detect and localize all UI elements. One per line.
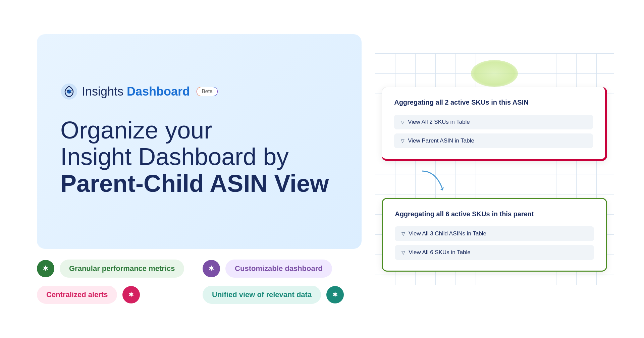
main-layout: Insights Dashboard Beta Organize your In… xyxy=(37,34,607,304)
card1-button1[interactable]: ▽ View All 2 SKUs in Table xyxy=(394,115,593,129)
card1-title: Aggregating all 2 active SKUs in this AS… xyxy=(394,98,593,107)
hero-card: Insights Dashboard Beta Organize your In… xyxy=(37,34,362,249)
unified-icon xyxy=(326,286,344,303)
blob-decoration xyxy=(471,60,518,87)
feature-pill-centralized: Centralized alerts xyxy=(37,286,196,304)
right-panel: Aggregating all 2 active SKUs in this AS… xyxy=(382,67,607,272)
centralized-label: Centralized alerts xyxy=(37,286,117,304)
card2-button2[interactable]: ▽ View All 6 SKUs in Table xyxy=(395,245,594,260)
feature-pills: Granular performance metrics Customizabl… xyxy=(37,260,362,304)
left-panel: Insights Dashboard Beta Organize your In… xyxy=(37,34,362,304)
card1-button2[interactable]: ▽ View Parent ASIN in Table xyxy=(394,133,593,148)
insights-logo-icon xyxy=(60,83,78,100)
filter-icon-1: ▽ xyxy=(401,119,405,125)
unified-label: Unified view of relevant data xyxy=(203,286,321,304)
logo-text: Insights Dashboard xyxy=(82,84,190,99)
filter-icon-4: ▽ xyxy=(401,250,405,255)
feature-pill-unified: Unified view of relevant data xyxy=(203,286,362,304)
centralized-icon xyxy=(122,286,140,303)
page-container: Insights Dashboard Beta Organize your In… xyxy=(0,0,644,338)
granular-label: Granular performance metrics xyxy=(60,260,184,278)
granular-icon xyxy=(37,260,54,277)
filter-icon-3: ▽ xyxy=(401,231,405,236)
hero-title: Organize your Insight Dashboard by Paren… xyxy=(60,117,338,197)
beta-badge: Beta xyxy=(197,87,218,96)
card2: Aggregating all 6 active SKUs in this pa… xyxy=(382,198,607,272)
logo-area: Insights Dashboard Beta xyxy=(60,83,338,100)
card2-title: Aggregating all 6 active SKUs in this pa… xyxy=(395,210,594,218)
card2-button1[interactable]: ▽ View All 3 Child ASINs in Table xyxy=(395,226,594,241)
feature-pill-granular: Granular performance metrics xyxy=(37,260,196,278)
customizable-label: Customizable dashboard xyxy=(225,260,332,278)
customizable-icon xyxy=(203,260,220,277)
card1: Aggregating all 2 active SKUs in this AS… xyxy=(382,87,607,161)
arrow-connector xyxy=(415,168,455,191)
feature-pill-customizable: Customizable dashboard xyxy=(203,260,362,278)
filter-icon-2: ▽ xyxy=(401,138,405,144)
